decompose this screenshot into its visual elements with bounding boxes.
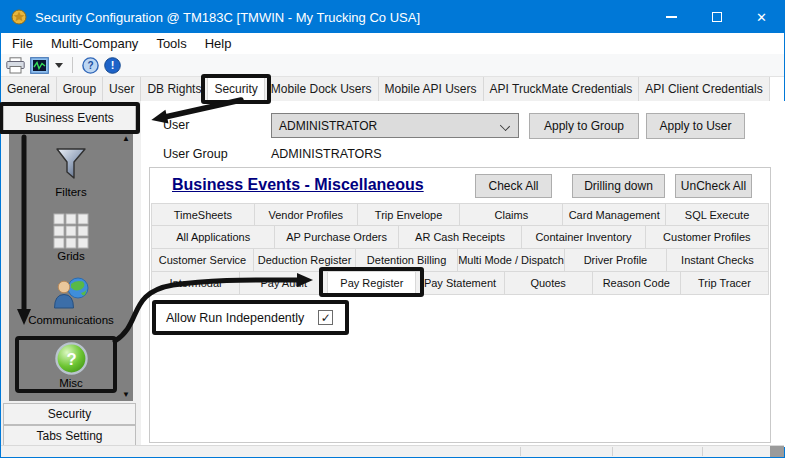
- status-separator: [702, 447, 703, 456]
- tab-mobile-dock-users[interactable]: Mobile Dock Users: [265, 77, 379, 101]
- grid-icon: [53, 213, 89, 249]
- menu-bar: FileMulti-CompanyToolsHelp: [1, 33, 784, 54]
- printer-icon: [6, 57, 25, 74]
- user-group-label: User Group: [163, 147, 228, 161]
- monitor-button[interactable]: [30, 57, 49, 74]
- drilling-down-button[interactable]: Drilling down: [572, 174, 665, 198]
- sidebar-item-grids[interactable]: Grids: [9, 213, 133, 262]
- inner-tab-row: Customer ServiceDeduction RegisterDetent…: [151, 249, 769, 272]
- inner-tab-quotes[interactable]: Quotes: [505, 272, 593, 295]
- allow-run-independently-label: Allow Run Independently: [166, 311, 304, 325]
- status-bar: [1, 445, 784, 457]
- security-badge-icon: [11, 9, 27, 25]
- check-icon: ✓: [321, 312, 331, 324]
- uncheck-all-button[interactable]: UnCheck All: [675, 174, 752, 198]
- business-events-button[interactable]: Business Events: [3, 105, 136, 131]
- dropdown-caret-icon[interactable]: [55, 63, 63, 68]
- inner-tab-row: TimeSheetsVendor ProfilesTrip EnvelopeCl…: [151, 203, 769, 226]
- inner-tab-pay-audit[interactable]: Pay Audit: [240, 272, 328, 295]
- inner-tab-row: IntermodalPay AuditPay RegisterPay State…: [151, 272, 769, 295]
- scroll-down-button[interactable]: ▼: [122, 391, 130, 399]
- inner-tab-all-applications[interactable]: All Applications: [151, 226, 275, 249]
- inner-tab-grid: TimeSheetsVendor ProfilesTrip EnvelopeCl…: [151, 203, 769, 295]
- inner-tab-customer-profiles[interactable]: Customer Profiles: [646, 226, 769, 249]
- window-controls: ✕: [649, 1, 784, 33]
- inner-tab-pay-statement[interactable]: Pay Statement: [416, 272, 504, 295]
- menu-tools[interactable]: Tools: [147, 34, 195, 53]
- inner-tab-timesheets[interactable]: TimeSheets: [151, 203, 255, 226]
- info-button[interactable]: !: [104, 57, 121, 74]
- allow-run-checkbox[interactable]: ✓: [318, 310, 333, 325]
- inner-tab-container-inventory[interactable]: Container Inventory: [522, 226, 645, 249]
- inner-tab-ar-cash-receipts[interactable]: AR Cash Receipts: [399, 226, 522, 249]
- inner-tab-ap-purchase-orders[interactable]: AP Purchase Orders: [275, 226, 398, 249]
- tab-bar: GeneralGroupUserDB RightsSecurityMobile …: [1, 77, 784, 102]
- inner-tab-claims[interactable]: Claims: [460, 203, 563, 226]
- tab-mobile-api-users[interactable]: Mobile API Users: [379, 77, 484, 101]
- help-button[interactable]: ?: [82, 57, 99, 74]
- user-combobox[interactable]: ADMINISTRATOR: [271, 113, 519, 138]
- tab-group[interactable]: Group: [57, 77, 103, 101]
- allow-run-independently-group: Allow Run Independently ✓: [152, 300, 349, 335]
- sidebar-item-communications[interactable]: Communications: [9, 276, 133, 326]
- info-icon: !: [104, 57, 121, 74]
- tab-api-client-credentials[interactable]: API Client Credentials: [639, 77, 769, 101]
- funnel-icon: [52, 145, 90, 185]
- sidebar-item-label: Misc: [59, 377, 83, 389]
- apply-to-group-button[interactable]: Apply to Group: [529, 113, 639, 139]
- menu-file[interactable]: File: [3, 34, 42, 53]
- inner-tab-trip-tracer[interactable]: Trip Tracer: [681, 272, 769, 295]
- inner-tab-card-management[interactable]: Card Management: [563, 203, 666, 226]
- tab-general[interactable]: General: [1, 77, 57, 101]
- apply-to-user-button[interactable]: Apply to User: [646, 113, 745, 139]
- inner-tab-reason-code[interactable]: Reason Code: [593, 272, 681, 295]
- tab-user[interactable]: User: [103, 77, 141, 101]
- maximize-icon: [712, 12, 722, 22]
- resize-grip[interactable]: [770, 446, 784, 457]
- window-title: Security Configuration @ TM183C [TMWIN -…: [35, 10, 420, 25]
- inner-tab-row: All ApplicationsAP Purchase OrdersAR Cas…: [151, 226, 769, 249]
- app-window: Security Configuration @ TM183C [TMWIN -…: [0, 0, 785, 458]
- tab-db-rights[interactable]: DB Rights: [141, 77, 208, 101]
- monitor-icon: [30, 57, 49, 74]
- sidebar-item-misc[interactable]: ?Misc: [9, 341, 133, 389]
- close-button[interactable]: ✕: [739, 1, 784, 33]
- tab-api-truckmate-credentials[interactable]: API TruckMate Credentials: [484, 77, 640, 101]
- inner-tab-detention-billing[interactable]: Detention Billing: [356, 249, 458, 272]
- svg-text:?: ?: [66, 350, 76, 369]
- sidebar-security-button[interactable]: Security: [3, 403, 136, 425]
- inner-tab-vendor-profiles[interactable]: Vendor Profiles: [255, 203, 358, 226]
- sidebar-item-filters[interactable]: Filters: [9, 145, 133, 198]
- title-bar: Security Configuration @ TM183C [TMWIN -…: [1, 1, 784, 33]
- sidebar-icon-panel: ▲ FiltersGridsCommunications?Misc▼: [9, 133, 133, 401]
- user-combobox-value: ADMINISTRATOR: [279, 119, 377, 133]
- print-button[interactable]: [6, 57, 25, 74]
- inner-tab-driver-profile[interactable]: Driver Profile: [565, 249, 667, 272]
- user-group-value: ADMINISTRATORS: [271, 147, 382, 161]
- main-area: Business Events ▲ FiltersGridsCommunicat…: [1, 101, 784, 447]
- maximize-button[interactable]: [694, 1, 739, 33]
- inner-tab-instant-checks[interactable]: Instant Checks: [667, 249, 769, 272]
- inner-tab-multi-mode-dispatch[interactable]: Multi Mode / Dispatch: [458, 249, 565, 272]
- sidebar-item-label: Grids: [57, 250, 84, 262]
- inner-tab-deduction-register[interactable]: Deduction Register: [254, 249, 356, 272]
- status-separator: [612, 447, 613, 456]
- tab-security[interactable]: Security: [208, 77, 264, 101]
- minimize-button[interactable]: [649, 1, 694, 33]
- content-area: User ADMINISTRATOR Apply to Group Apply …: [141, 101, 785, 447]
- user-label: User: [163, 118, 189, 132]
- inner-tab-trip-envelope[interactable]: Trip Envelope: [358, 203, 461, 226]
- inner-tab-sql-execute[interactable]: SQL Execute: [666, 203, 769, 226]
- inner-tab-pay-register[interactable]: Pay Register: [328, 272, 416, 295]
- menu-help[interactable]: Help: [196, 34, 241, 53]
- menu-multi-company[interactable]: Multi-Company: [42, 34, 147, 53]
- svg-text:!: !: [111, 59, 115, 71]
- check-all-button[interactable]: Check All: [475, 174, 552, 198]
- inner-tab-customer-service[interactable]: Customer Service: [151, 249, 254, 272]
- status-separator: [520, 447, 521, 456]
- sidebar-tabs-setting-button[interactable]: Tabs Setting: [3, 425, 136, 447]
- scroll-up-button[interactable]: ▲: [122, 135, 130, 143]
- person-globe-icon: [51, 276, 91, 313]
- inner-tab-intermodal[interactable]: Intermodal: [151, 272, 240, 295]
- question-orb-icon: ?: [54, 341, 89, 376]
